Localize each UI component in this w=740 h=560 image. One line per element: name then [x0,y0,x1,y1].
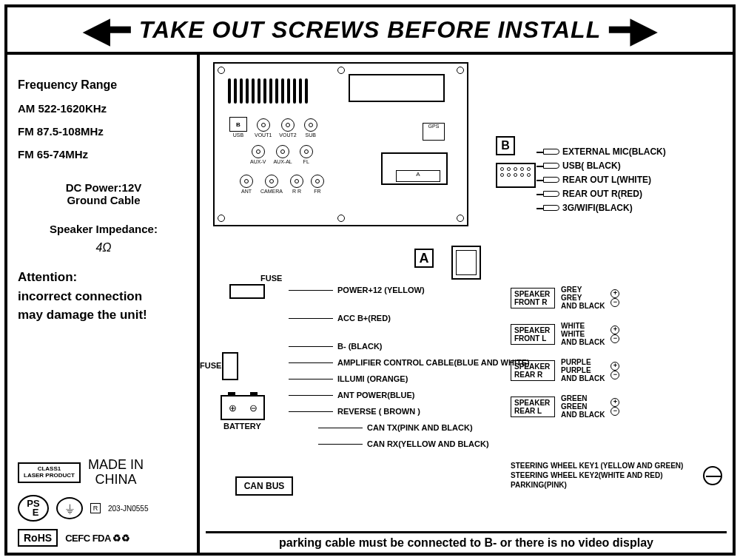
arrow-right-icon: ━▶ [610,13,656,47]
pse-badge: PSE [18,495,49,522]
rca-port [257,118,270,132]
screw-icon [218,67,225,74]
usb-b-port: B [229,117,247,132]
rca-port [311,175,324,188]
spec-fm2: FM 65-74MHz [18,148,189,161]
wire-label: ACC B+(RED) [337,314,391,323]
header: ◀━ TAKE OUT SCREWS BEFORE INSTALL ━▶ [7,7,733,52]
fuse-icon [229,284,265,299]
warn-l2: incorrect connection [18,287,189,306]
plug-icon [543,177,559,183]
vent-slots [228,78,324,104]
screw-icon [457,67,464,74]
specs-panel: Frequency Range AM 522-1620KHz FM 87.5-1… [7,55,200,553]
usb-label: USB [233,132,243,138]
screw-icon [337,215,345,222]
rca-port [281,118,295,132]
plug-icon [543,191,559,197]
plug-icon [543,205,559,211]
wire-label: B- (BLACK) [337,342,382,351]
warn-l1: Attention: [18,268,189,287]
fuse-label: FUSE [200,361,221,370]
b-connector-module: B EXTERNAL MIC(BLACK) USB( BLACK) REAR O… [496,136,718,225]
screw-icon [457,215,464,222]
steer-l3: PARKING(PINK) [511,481,683,489]
wire-label: POWER+12 (YELLOW) [337,286,425,294]
ground-cable: Ground Cable [18,194,189,206]
a-connector [451,246,481,280]
wire-label: CAN RX(YELLOW AND BLACK) [367,439,489,448]
b-connector [496,163,536,188]
badges-block: CLASS1 LASER PRODUCT MADE IN CHINA PSE ⏚… [18,458,189,547]
class1-badge: CLASS1 LASER PRODUCT [18,462,81,483]
arrow-left-icon: ◀━ [84,13,130,47]
harness-wire-list: POWER+12 (YELLOW) ACC B+(RED) B- (BLACK)… [289,286,530,448]
dc-power: DC Power:12V [18,181,189,194]
impedance-value: 4Ω [18,241,189,254]
rca-port [304,118,317,132]
cert-marks: CEFC FDA ♻♻ [65,533,130,544]
rca-port [265,175,278,188]
steer-l2: STEERING WHEEL KEY2(WHITE AND RED) [511,471,683,479]
steer-l1: STEERING WHEEL KEY1 (YELLOW AND GREEN) [511,462,683,470]
spec-am: AM 522-1620KHz [18,102,189,115]
fuse-label: FUSE [260,274,282,283]
spec-fm1: FM 87.5-108MHz [18,125,189,138]
battery-icon: ⊕⊖ [221,395,265,420]
fuse-icon [222,352,238,380]
steering-wheel-icon [703,466,722,485]
b-wire: 3G/WIFI(BLACK) [562,203,633,213]
impedance-title: Speaker Impedance: [18,223,189,235]
b-wire: EXTERNAL MIC(BLACK) [562,146,666,157]
screw-icon [337,67,345,74]
rca-port [252,145,265,158]
gps-port: GPS [423,123,445,141]
r-code: 203-JN0555 [108,505,148,513]
plug-icon [543,149,559,155]
wiring-diagram: BUSB VOUT1 VOUT2 SUB AUX-V AUX-AL FL ANT… [200,55,733,553]
header-title: TAKE OUT SCREWS BEFORE INSTALL [139,16,601,44]
b-wire: REAR OUT R(RED) [562,189,642,199]
connector-a-slot: A [381,152,448,185]
wire-label: CAN TX(PINK AND BLACK) [367,423,473,432]
speaker-grid: SPEAKERFRONT R GREYGREYAND BLACK +− SPEA… [511,286,619,419]
r-mark-icon: R [90,503,101,513]
a-label: A [414,249,434,268]
rca-port [290,175,303,188]
warn-l3: may damage the unit! [18,306,189,325]
rca-port [240,175,253,188]
b-wire: REAR OUT L(WHITE) [562,175,651,185]
rca-port [276,145,289,158]
warning-block: Attention: incorrect connection may dama… [18,268,189,325]
b-label: B [496,136,515,155]
made-in-label: MADE IN CHINA [88,458,144,488]
lcd-slot [349,74,445,102]
freq-title: Frequency Range [18,78,189,92]
ground-icon: ⏚ [56,497,83,519]
parking-note: parking cable must be connected to B- or… [206,531,727,550]
rca-port [300,145,313,158]
plug-icon [543,163,559,169]
b-wire: USB( BLACK) [562,161,621,171]
canbus-box: CAN BUS [235,476,293,496]
steering-wire-list: STEERING WHEEL KEY1 (YELLOW AND GREEN) S… [511,462,683,489]
wire-label: ILLUMI (ORANGE) [337,374,408,383]
rohs-badge: RoHS [18,529,58,547]
screw-icon [218,215,225,222]
battery-label: BATTERY [223,422,261,431]
wire-label: AMPLIFIER CONTROL CABLE(BLUE AND WHITE) [337,358,530,367]
wire-label: ANT POWER(BLUE) [337,391,415,399]
wire-label: REVERSE ( BROWN ) [337,407,420,416]
device-back-panel: BUSB VOUT1 VOUT2 SUB AUX-V AUX-AL FL ANT… [213,62,468,226]
